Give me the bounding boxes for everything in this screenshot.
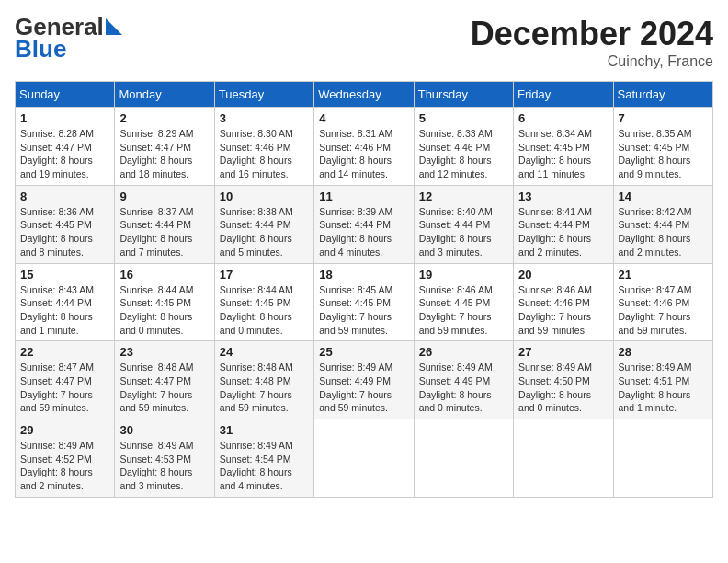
calendar-cell: 3Sunrise: 8:30 AMSunset: 4:46 PMDaylight… xyxy=(214,108,313,186)
day-number: 12 xyxy=(419,190,508,203)
day-number: 16 xyxy=(119,268,209,282)
calendar-cell: 16Sunrise: 8:44 AMSunset: 4:45 PMDayligh… xyxy=(115,263,214,341)
calendar-cell xyxy=(613,419,712,498)
day-info: Sunrise: 8:47 AMSunset: 4:46 PMDaylight:… xyxy=(619,283,708,338)
calendar-week-row: 8Sunrise: 8:36 AMSunset: 4:45 PMDaylight… xyxy=(16,185,713,263)
day-number: 31 xyxy=(220,423,309,437)
day-number: 14 xyxy=(619,190,708,203)
day-number: 19 xyxy=(419,268,508,282)
day-info: Sunrise: 8:49 AMSunset: 4:50 PMDaylight:… xyxy=(518,361,608,415)
calendar-table: SundayMondayTuesdayWednesdayThursdayFrid… xyxy=(15,81,713,498)
day-number: 17 xyxy=(220,268,309,282)
calendar-cell: 27Sunrise: 8:49 AMSunset: 4:50 PMDayligh… xyxy=(514,341,613,419)
calendar-cell: 20Sunrise: 8:46 AMSunset: 4:46 PMDayligh… xyxy=(514,263,613,341)
calendar-cell: 19Sunrise: 8:46 AMSunset: 4:45 PMDayligh… xyxy=(414,263,513,341)
col-header-saturday: Saturday xyxy=(613,82,712,108)
calendar-cell xyxy=(314,419,414,498)
day-number: 4 xyxy=(319,111,408,125)
day-info: Sunrise: 8:31 AMSunset: 4:46 PMDaylight:… xyxy=(319,127,408,181)
day-number: 22 xyxy=(20,345,109,359)
calendar-cell: 9Sunrise: 8:37 AMSunset: 4:44 PMDaylight… xyxy=(115,185,214,263)
day-info: Sunrise: 8:43 AMSunset: 4:44 PMDaylight:… xyxy=(20,283,109,338)
day-info: Sunrise: 8:45 AMSunset: 4:45 PMDaylight:… xyxy=(319,283,408,338)
day-info: Sunrise: 8:29 AMSunset: 4:47 PMDaylight:… xyxy=(119,127,209,181)
svg-marker-0 xyxy=(106,18,122,35)
logo: General Blue xyxy=(15,15,122,63)
calendar-cell: 23Sunrise: 8:48 AMSunset: 4:47 PMDayligh… xyxy=(115,341,214,419)
day-info: Sunrise: 8:49 AMSunset: 4:49 PMDaylight:… xyxy=(319,361,408,415)
day-info: Sunrise: 8:48 AMSunset: 4:48 PMDaylight:… xyxy=(220,361,309,415)
day-number: 23 xyxy=(119,345,209,359)
day-info: Sunrise: 8:36 AMSunset: 4:45 PMDaylight:… xyxy=(20,205,109,259)
calendar-week-row: 1Sunrise: 8:28 AMSunset: 4:47 PMDaylight… xyxy=(16,108,713,186)
calendar-cell: 8Sunrise: 8:36 AMSunset: 4:45 PMDaylight… xyxy=(16,185,115,263)
day-number: 5 xyxy=(419,111,508,125)
calendar-cell: 13Sunrise: 8:41 AMSunset: 4:44 PMDayligh… xyxy=(514,185,613,263)
calendar-cell: 25Sunrise: 8:49 AMSunset: 4:49 PMDayligh… xyxy=(314,341,414,419)
day-info: Sunrise: 8:33 AMSunset: 4:46 PMDaylight:… xyxy=(419,127,508,181)
day-number: 30 xyxy=(119,423,209,437)
calendar-cell: 11Sunrise: 8:39 AMSunset: 4:44 PMDayligh… xyxy=(314,185,414,263)
day-number: 18 xyxy=(319,268,408,282)
calendar-cell: 30Sunrise: 8:49 AMSunset: 4:53 PMDayligh… xyxy=(115,419,214,498)
calendar-cell: 26Sunrise: 8:49 AMSunset: 4:49 PMDayligh… xyxy=(414,341,513,419)
day-info: Sunrise: 8:28 AMSunset: 4:47 PMDaylight:… xyxy=(20,127,109,181)
calendar-header-row: SundayMondayTuesdayWednesdayThursdayFrid… xyxy=(16,82,713,108)
day-number: 25 xyxy=(319,345,408,359)
calendar-cell: 29Sunrise: 8:49 AMSunset: 4:52 PMDayligh… xyxy=(16,419,115,498)
calendar-cell: 10Sunrise: 8:38 AMSunset: 4:44 PMDayligh… xyxy=(214,185,313,263)
day-info: Sunrise: 8:30 AMSunset: 4:46 PMDaylight:… xyxy=(220,127,309,181)
day-info: Sunrise: 8:37 AMSunset: 4:44 PMDaylight:… xyxy=(119,205,209,259)
logo-arrow-icon xyxy=(106,18,122,38)
calendar-cell xyxy=(414,419,513,498)
calendar-cell: 15Sunrise: 8:43 AMSunset: 4:44 PMDayligh… xyxy=(16,263,115,341)
day-number: 10 xyxy=(220,190,309,203)
day-number: 13 xyxy=(518,190,608,203)
day-number: 20 xyxy=(518,268,608,282)
calendar-week-row: 29Sunrise: 8:49 AMSunset: 4:52 PMDayligh… xyxy=(16,419,713,498)
calendar-cell: 14Sunrise: 8:42 AMSunset: 4:44 PMDayligh… xyxy=(613,185,712,263)
day-info: Sunrise: 8:34 AMSunset: 4:45 PMDaylight:… xyxy=(518,127,608,181)
day-info: Sunrise: 8:49 AMSunset: 4:52 PMDaylight:… xyxy=(20,439,109,493)
day-number: 2 xyxy=(119,111,209,125)
page-header: General Blue December 2024 Cuinchy, Fran… xyxy=(15,15,713,70)
day-number: 7 xyxy=(619,111,708,125)
calendar-cell: 5Sunrise: 8:33 AMSunset: 4:46 PMDaylight… xyxy=(414,108,513,186)
day-number: 9 xyxy=(119,190,209,203)
calendar-cell: 6Sunrise: 8:34 AMSunset: 4:45 PMDaylight… xyxy=(514,108,613,186)
logo-block: General Blue xyxy=(15,15,122,63)
location-subtitle: Cuinchy, France xyxy=(471,53,713,70)
month-title: December 2024 xyxy=(471,15,713,53)
calendar-cell: 28Sunrise: 8:49 AMSunset: 4:51 PMDayligh… xyxy=(613,341,712,419)
col-header-sunday: Sunday xyxy=(16,82,115,108)
day-number: 3 xyxy=(220,111,309,125)
calendar-cell: 7Sunrise: 8:35 AMSunset: 4:45 PMDaylight… xyxy=(613,108,712,186)
calendar-cell: 22Sunrise: 8:47 AMSunset: 4:47 PMDayligh… xyxy=(16,341,115,419)
day-number: 24 xyxy=(220,345,309,359)
calendar-cell: 18Sunrise: 8:45 AMSunset: 4:45 PMDayligh… xyxy=(314,263,414,341)
day-number: 26 xyxy=(419,345,508,359)
day-number: 11 xyxy=(319,190,408,203)
calendar-week-row: 15Sunrise: 8:43 AMSunset: 4:44 PMDayligh… xyxy=(16,263,713,341)
day-info: Sunrise: 8:38 AMSunset: 4:44 PMDaylight:… xyxy=(220,205,309,259)
day-info: Sunrise: 8:35 AMSunset: 4:45 PMDaylight:… xyxy=(619,127,708,181)
day-info: Sunrise: 8:39 AMSunset: 4:44 PMDaylight:… xyxy=(319,205,408,259)
calendar-week-row: 22Sunrise: 8:47 AMSunset: 4:47 PMDayligh… xyxy=(16,341,713,419)
col-header-friday: Friday xyxy=(514,82,613,108)
calendar-cell: 2Sunrise: 8:29 AMSunset: 4:47 PMDaylight… xyxy=(115,108,214,186)
day-number: 15 xyxy=(20,268,109,282)
calendar-cell: 1Sunrise: 8:28 AMSunset: 4:47 PMDaylight… xyxy=(16,108,115,186)
day-info: Sunrise: 8:40 AMSunset: 4:44 PMDaylight:… xyxy=(419,205,508,259)
col-header-thursday: Thursday xyxy=(414,82,513,108)
calendar-cell: 17Sunrise: 8:44 AMSunset: 4:45 PMDayligh… xyxy=(214,263,313,341)
day-number: 1 xyxy=(20,111,109,125)
day-info: Sunrise: 8:41 AMSunset: 4:44 PMDaylight:… xyxy=(518,205,608,259)
day-info: Sunrise: 8:48 AMSunset: 4:47 PMDaylight:… xyxy=(119,361,209,415)
day-info: Sunrise: 8:44 AMSunset: 4:45 PMDaylight:… xyxy=(119,283,209,338)
calendar-cell: 21Sunrise: 8:47 AMSunset: 4:46 PMDayligh… xyxy=(613,263,712,341)
day-number: 28 xyxy=(619,345,708,359)
calendar-cell: 24Sunrise: 8:48 AMSunset: 4:48 PMDayligh… xyxy=(214,341,313,419)
calendar-cell xyxy=(514,419,613,498)
day-info: Sunrise: 8:49 AMSunset: 4:54 PMDaylight:… xyxy=(220,439,309,493)
day-number: 29 xyxy=(20,423,109,437)
